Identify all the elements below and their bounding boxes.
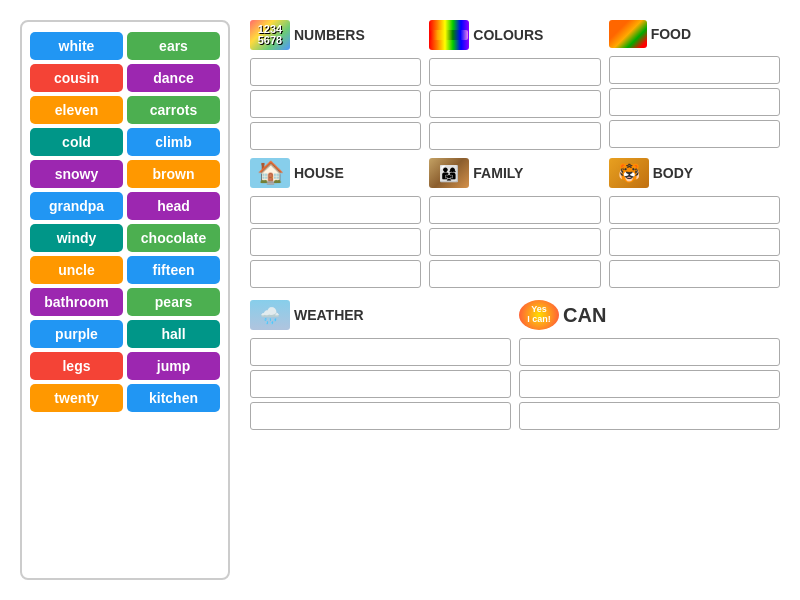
word-bathroom[interactable]: bathroom (30, 288, 123, 316)
food-answer-2[interactable] (609, 88, 780, 116)
category-row-2: 🏠 HOUSE 👨‍👩‍👧 FAMILY 🐯 (250, 158, 780, 288)
numbers-answer-3[interactable] (250, 122, 421, 150)
category-row-1: 12345678 NUMBERS COLOURS (250, 20, 780, 150)
body-label: BODY (653, 165, 693, 181)
word-white[interactable]: white (30, 32, 123, 60)
weather-answer-3[interactable] (250, 402, 511, 430)
family-answer-1[interactable] (429, 196, 600, 224)
colours-icon (429, 20, 469, 50)
category-weather: 🌧️ WEATHER (250, 300, 511, 430)
word-kitchen[interactable]: kitchen (127, 384, 220, 412)
word-jump[interactable]: jump (127, 352, 220, 380)
word-pears[interactable]: pears (127, 288, 220, 316)
word-snowy[interactable]: snowy (30, 160, 123, 188)
word-brown[interactable]: brown (127, 160, 220, 188)
word-row: white ears (30, 32, 220, 60)
numbers-answer-1[interactable] (250, 58, 421, 86)
word-row: twenty kitchen (30, 384, 220, 412)
word-row: purple hall (30, 320, 220, 348)
weather-answer-2[interactable] (250, 370, 511, 398)
weather-icon: 🌧️ (250, 300, 290, 330)
category-header-body: 🐯 BODY (609, 158, 780, 188)
word-uncle[interactable]: uncle (30, 256, 123, 284)
category-body: 🐯 BODY (609, 158, 780, 288)
colours-label: COLOURS (473, 27, 543, 43)
family-icon: 👨‍👩‍👧 (429, 158, 469, 188)
house-answer-3[interactable] (250, 260, 421, 288)
food-label: FOOD (651, 26, 691, 42)
category-header-food: FOOD (609, 20, 780, 48)
house-answer-2[interactable] (250, 228, 421, 256)
category-header-can: YesI can! CAN (519, 300, 780, 330)
body-answer-2[interactable] (609, 228, 780, 256)
word-purple[interactable]: purple (30, 320, 123, 348)
house-icon: 🏠 (250, 158, 290, 188)
category-header-weather: 🌧️ WEATHER (250, 300, 511, 330)
body-answer-1[interactable] (609, 196, 780, 224)
category-house: 🏠 HOUSE (250, 158, 421, 288)
category-food: FOOD (609, 20, 780, 150)
word-dance[interactable]: dance (127, 64, 220, 92)
page: white ears cousin dance eleven carrots c… (0, 0, 800, 600)
colours-answer-1[interactable] (429, 58, 600, 86)
family-answer-3[interactable] (429, 260, 600, 288)
colours-answer-2[interactable] (429, 90, 600, 118)
category-header-colours: COLOURS (429, 20, 600, 50)
word-legs[interactable]: legs (30, 352, 123, 380)
word-row: windy chocolate (30, 224, 220, 252)
category-colours: COLOURS (429, 20, 600, 150)
family-label: FAMILY (473, 165, 523, 181)
category-family: 👨‍👩‍👧 FAMILY (429, 158, 600, 288)
can-answer-3[interactable] (519, 402, 780, 430)
category-header-numbers: 12345678 NUMBERS (250, 20, 421, 50)
can-answer-2[interactable] (519, 370, 780, 398)
can-icon: YesI can! (519, 300, 559, 330)
category-row-3: 🌧️ WEATHER YesI can! CAN (250, 300, 780, 430)
word-windy[interactable]: windy (30, 224, 123, 252)
food-answer-1[interactable] (609, 56, 780, 84)
house-answer-1[interactable] (250, 196, 421, 224)
category-numbers: 12345678 NUMBERS (250, 20, 421, 150)
word-row: snowy brown (30, 160, 220, 188)
word-twenty[interactable]: twenty (30, 384, 123, 412)
word-cold[interactable]: cold (30, 128, 123, 156)
word-head[interactable]: head (127, 192, 220, 220)
word-row: cold climb (30, 128, 220, 156)
body-icon: 🐯 (609, 158, 649, 188)
body-answer-3[interactable] (609, 260, 780, 288)
word-cousin[interactable]: cousin (30, 64, 123, 92)
food-icon (609, 20, 647, 48)
word-row: eleven carrots (30, 96, 220, 124)
word-fifteen[interactable]: fifteen (127, 256, 220, 284)
category-header-family: 👨‍👩‍👧 FAMILY (429, 158, 600, 188)
colours-answer-3[interactable] (429, 122, 600, 150)
word-eleven[interactable]: eleven (30, 96, 123, 124)
word-row: grandpa head (30, 192, 220, 220)
word-chocolate[interactable]: chocolate (127, 224, 220, 252)
word-ears[interactable]: ears (127, 32, 220, 60)
food-answer-3[interactable] (609, 120, 780, 148)
category-header-house: 🏠 HOUSE (250, 158, 421, 188)
word-list-panel: white ears cousin dance eleven carrots c… (20, 20, 230, 580)
can-answer-1[interactable] (519, 338, 780, 366)
right-panel: 12345678 NUMBERS COLOURS (250, 20, 780, 580)
word-row: cousin dance (30, 64, 220, 92)
word-row: legs jump (30, 352, 220, 380)
weather-answer-1[interactable] (250, 338, 511, 366)
word-row: uncle fifteen (30, 256, 220, 284)
numbers-label: NUMBERS (294, 27, 365, 43)
category-can: YesI can! CAN (519, 300, 780, 430)
numbers-answer-2[interactable] (250, 90, 421, 118)
house-label: HOUSE (294, 165, 344, 181)
can-label: CAN (563, 304, 606, 327)
family-answer-2[interactable] (429, 228, 600, 256)
word-grandpa[interactable]: grandpa (30, 192, 123, 220)
word-hall[interactable]: hall (127, 320, 220, 348)
word-climb[interactable]: climb (127, 128, 220, 156)
word-row: bathroom pears (30, 288, 220, 316)
numbers-icon: 12345678 (250, 20, 290, 50)
weather-label: WEATHER (294, 307, 364, 323)
word-carrots[interactable]: carrots (127, 96, 220, 124)
